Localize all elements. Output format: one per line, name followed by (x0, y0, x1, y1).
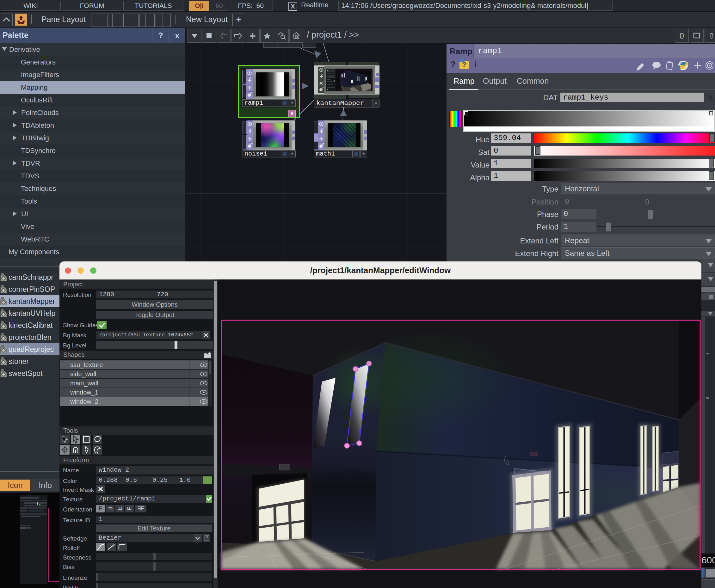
svg-text:HP: HP (2, 309, 4, 311)
svg-text:HP: HP (2, 357, 4, 359)
svg-text:HP: HP (2, 345, 4, 347)
svg-text:HP: HP (2, 369, 4, 371)
svg-text:HP: HP (2, 333, 4, 335)
svg-text:HP: HP (2, 297, 4, 299)
svg-text:HP: HP (2, 285, 4, 287)
svg-text:HP: HP (2, 273, 4, 275)
svg-text:HP: HP (2, 321, 4, 323)
